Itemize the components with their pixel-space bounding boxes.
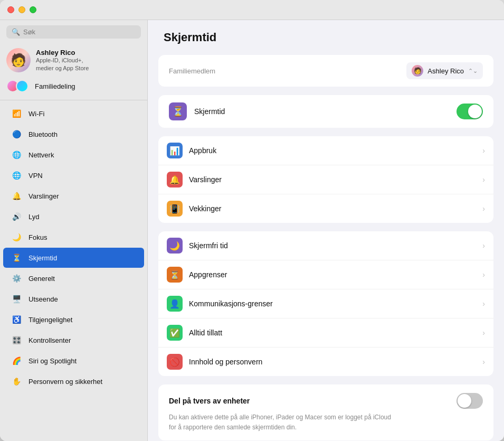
family-section[interactable]: Familiedeling [0,78,147,97]
appbruk-menu-icon: 📊 [167,143,183,158]
sidebar-items-container: 📶Wi-Fi🔵Bluetooth🌐Nettverk🌐VPN🔔Varslinger… [0,104,147,391]
sidebar-item-varslinger[interactable]: 🔔Varslinger [3,186,144,206]
menu-item-skjermfri[interactable]: 🌙Skjermfri tid› [158,231,493,260]
screentime-card: ⏳ Skjermtid [158,95,493,128]
tilgjengelighet-icon: ♿ [9,313,23,326]
close-button[interactable] [7,6,14,13]
chevron-right-icon: › [482,241,485,250]
search-bar: 🔍 [0,20,147,44]
selector-name: Ashley Rico [427,67,464,75]
minimize-button[interactable] [18,6,25,13]
sidebar-item-wifi[interactable]: 📶Wi-Fi [3,104,144,124]
avatar: 🧑 [6,48,31,72]
search-wrapper: 🔍 [6,25,141,39]
appgrenser-menu-label: Appgrenser [189,270,476,279]
chevron-updown-icon: ⌃⌄ [468,68,478,74]
skjermtid-icon: ⏳ [9,251,23,265]
sidebar-item-label-lyd: Lyd [28,213,39,221]
sidebar-item-label-vpn: VPN [28,172,43,180]
chevron-right-icon: › [482,175,485,184]
wifi-icon: 📶 [9,107,23,120]
sidebar-item-nettverk[interactable]: 🌐Nettverk [3,145,144,165]
user-section[interactable]: 🧑 Ashley Rico Apple-ID, iCloud+,medier o… [0,44,147,78]
sidebar-item-kontrollsenter[interactable]: 🎛️Kontrollsenter [3,330,144,350]
sidebar-item-label-wifi: Wi-Fi [28,110,44,118]
innhold-menu-label: Innhold og personvern [189,358,476,366]
search-input[interactable] [23,28,136,36]
family-member-row: Familiemedlem 🧑 Ashley Rico ⌃⌄ [158,55,493,87]
generelt-icon: ⚙️ [9,271,23,285]
sidebar-item-bluetooth[interactable]: 🔵Bluetooth [3,124,144,144]
varslinger-icon: 🔔 [9,189,23,203]
sidebar-item-siri[interactable]: 🌈Siri og Spotlight [3,351,144,371]
main-content: Skjermtid Familiemedlem 🧑 Ashley Rico ⌃⌄… [148,20,504,441]
sidebar-item-label-kontrollsenter: Kontrollsenter [28,336,71,344]
varslinger-menu-icon: 🔔 [167,172,183,187]
skjermfri-menu-icon: 🌙 [167,238,183,254]
sidebar-item-vpn[interactable]: 🌐VPN [3,165,144,185]
share-card: Del på tvers av enheter Du kan aktivere … [158,384,493,440]
sidebar-item-skjermtid[interactable]: ⏳Skjermtid [3,248,144,268]
menu-item-innhold[interactable]: 🚫Innhold og personvern› [158,348,493,376]
skjermfri-menu-label: Skjermfri tid [189,241,476,250]
sidebar-item-label-bluetooth: Bluetooth [28,130,58,138]
sidebar-item-label-tilgjengelighet: Tilgjengelighet [28,316,72,324]
vekkinger-menu-label: Vekkinger [189,204,476,213]
vpn-icon: 🌐 [9,168,23,182]
siri-icon: 🌈 [9,354,23,368]
sidebar-divider-1 [0,100,147,100]
alltid-menu-icon: ✅ [167,325,183,341]
vekkinger-menu-icon: 📳 [167,201,183,217]
user-info: Ashley Rico Apple-ID, iCloud+,medier og … [36,49,89,72]
sidebar-scroll: 🧑 Ashley Rico Apple-ID, iCloud+,medier o… [0,44,147,441]
sidebar-item-label-generelt: Generelt [28,275,55,283]
sidebar-item-fokus[interactable]: 🌙Fokus [3,227,144,247]
user-name: Ashley Rico [36,49,89,57]
selector-avatar: 🧑 [412,65,423,77]
chevron-right-icon: › [482,329,485,337]
menu-item-alltid[interactable]: ✅Alltid tillatt› [158,318,493,348]
sidebar-item-personvern[interactable]: ✋Personvern og sikkerhet [3,371,144,391]
maximize-button[interactable] [30,6,36,13]
chevron-right-icon: › [482,204,485,213]
menu-item-appbruk[interactable]: 📊Appbruk› [158,136,493,165]
alltid-menu-label: Alltid tillatt [189,329,476,337]
family-member-selector[interactable]: 🧑 Ashley Rico ⌃⌄ [406,62,483,79]
sidebar-item-utseende[interactable]: 🖥️Utseende [3,289,144,309]
appgrenser-menu-icon: ⏳ [167,267,183,283]
toggle-knob [468,105,482,118]
menu-item-appgrenser[interactable]: ⏳Appgrenser› [158,260,493,289]
sidebar-item-label-siri: Siri og Spotlight [28,357,77,365]
page-title: Skjermtid [164,31,488,44]
family-label: Familiedeling [35,82,75,90]
appbruk-menu-label: Appbruk [189,146,476,155]
personvern-icon: ✋ [9,374,23,388]
share-toggle[interactable] [457,393,483,409]
screentime-icon: ⏳ [169,102,187,120]
main-header: Skjermtid [148,20,504,50]
menu-item-kommunikasjons[interactable]: 👤Kommunikasjons-grenser› [158,289,493,318]
sidebar-item-label-fokus: Fokus [28,233,47,241]
sidebar-item-lyd[interactable]: 🔊Lyd [3,207,144,227]
menu-item-varslinger[interactable]: 🔔Varslinger› [158,165,493,194]
share-title: Del på tvers av enheter [169,397,250,405]
family-avatar-2 [16,80,28,92]
user-sub: Apple-ID, iCloud+,medier og App Store [36,57,89,72]
bluetooth-icon: 🔵 [9,127,23,141]
family-avatars [6,80,25,92]
sidebar-item-label-skjermtid: Skjermtid [28,254,57,262]
screentime-label: Skjermtid [194,107,449,116]
chevron-right-icon: › [482,358,485,366]
menu-item-vekkinger[interactable]: 📳Vekkinger› [158,194,493,223]
share-header: Del på tvers av enheter [169,393,483,409]
sidebar-item-generelt[interactable]: ⚙️Generelt [3,268,144,288]
screentime-toggle[interactable] [457,104,483,119]
main-window: 🔍 🧑 Ashley Rico Apple-ID, iCloud+,medier… [0,0,504,441]
varslinger-menu-label: Varslinger [189,175,476,184]
share-desc: Du kan aktivere dette på alle iPhoner, i… [169,414,391,431]
sidebar-item-label-varslinger: Varslinger [28,192,59,200]
search-icon: 🔍 [12,28,20,36]
nettverk-icon: 🌐 [9,148,23,162]
chevron-right-icon: › [482,299,485,308]
sidebar-item-tilgjengelighet[interactable]: ♿Tilgjengelighet [3,309,144,330]
